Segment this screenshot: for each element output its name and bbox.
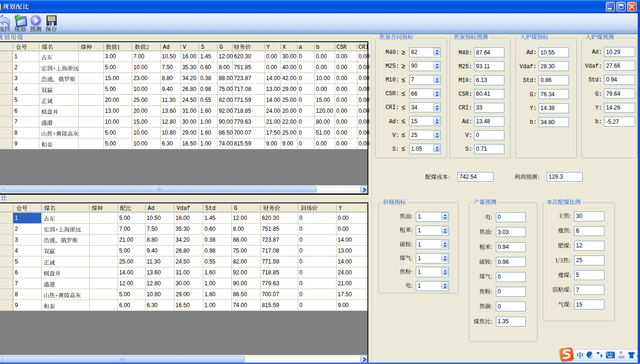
svg-text:2: 2 xyxy=(622,355,625,359)
